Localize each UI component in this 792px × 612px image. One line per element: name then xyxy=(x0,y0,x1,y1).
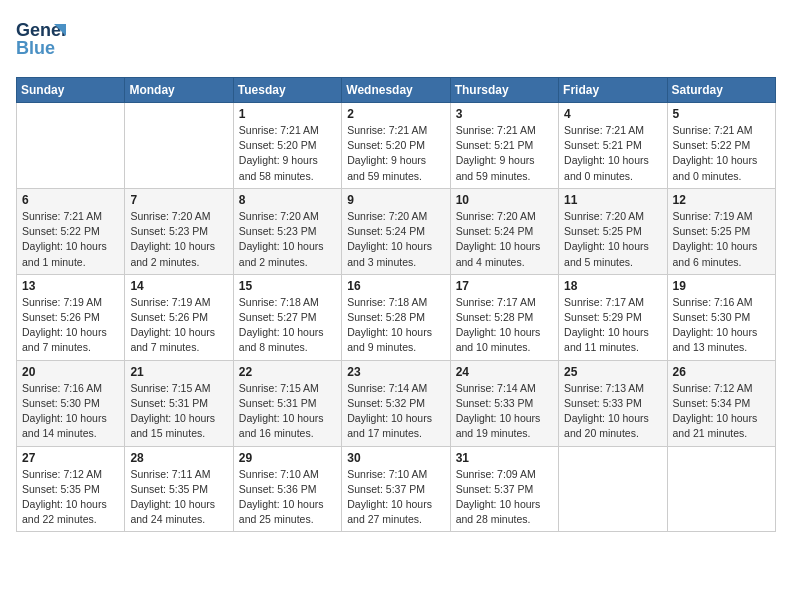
day-number: 31 xyxy=(456,451,553,465)
day-info: Sunrise: 7:17 AM Sunset: 5:29 PM Dayligh… xyxy=(564,295,661,356)
day-number: 21 xyxy=(130,365,227,379)
calendar-cell: 15Sunrise: 7:18 AM Sunset: 5:27 PM Dayli… xyxy=(233,274,341,360)
day-info: Sunrise: 7:19 AM Sunset: 5:25 PM Dayligh… xyxy=(673,209,770,270)
day-number: 15 xyxy=(239,279,336,293)
logo: General Blue xyxy=(16,16,66,65)
day-number: 24 xyxy=(456,365,553,379)
day-info: Sunrise: 7:21 AM Sunset: 5:21 PM Dayligh… xyxy=(564,123,661,184)
calendar-cell: 18Sunrise: 7:17 AM Sunset: 5:29 PM Dayli… xyxy=(559,274,667,360)
day-info: Sunrise: 7:21 AM Sunset: 5:22 PM Dayligh… xyxy=(673,123,770,184)
svg-text:Blue: Blue xyxy=(16,38,55,58)
calendar-week-row: 13Sunrise: 7:19 AM Sunset: 5:26 PM Dayli… xyxy=(17,274,776,360)
day-info: Sunrise: 7:18 AM Sunset: 5:27 PM Dayligh… xyxy=(239,295,336,356)
calendar-cell: 5Sunrise: 7:21 AM Sunset: 5:22 PM Daylig… xyxy=(667,103,775,189)
page-header: General Blue xyxy=(16,16,776,65)
calendar-cell: 13Sunrise: 7:19 AM Sunset: 5:26 PM Dayli… xyxy=(17,274,125,360)
day-number: 4 xyxy=(564,107,661,121)
calendar-cell: 25Sunrise: 7:13 AM Sunset: 5:33 PM Dayli… xyxy=(559,360,667,446)
calendar-cell: 27Sunrise: 7:12 AM Sunset: 5:35 PM Dayli… xyxy=(17,446,125,532)
weekday-header-monday: Monday xyxy=(125,78,233,103)
weekday-header-wednesday: Wednesday xyxy=(342,78,450,103)
day-info: Sunrise: 7:15 AM Sunset: 5:31 PM Dayligh… xyxy=(239,381,336,442)
day-number: 12 xyxy=(673,193,770,207)
calendar-cell: 6Sunrise: 7:21 AM Sunset: 5:22 PM Daylig… xyxy=(17,188,125,274)
day-number: 7 xyxy=(130,193,227,207)
calendar-cell: 16Sunrise: 7:18 AM Sunset: 5:28 PM Dayli… xyxy=(342,274,450,360)
day-info: Sunrise: 7:21 AM Sunset: 5:20 PM Dayligh… xyxy=(239,123,336,184)
day-info: Sunrise: 7:14 AM Sunset: 5:32 PM Dayligh… xyxy=(347,381,444,442)
day-number: 20 xyxy=(22,365,119,379)
calendar-cell: 28Sunrise: 7:11 AM Sunset: 5:35 PM Dayli… xyxy=(125,446,233,532)
day-info: Sunrise: 7:19 AM Sunset: 5:26 PM Dayligh… xyxy=(22,295,119,356)
day-info: Sunrise: 7:20 AM Sunset: 5:24 PM Dayligh… xyxy=(456,209,553,270)
weekday-header-sunday: Sunday xyxy=(17,78,125,103)
day-info: Sunrise: 7:10 AM Sunset: 5:36 PM Dayligh… xyxy=(239,467,336,528)
day-number: 22 xyxy=(239,365,336,379)
logo-icon: General Blue xyxy=(16,16,66,65)
calendar-cell: 12Sunrise: 7:19 AM Sunset: 5:25 PM Dayli… xyxy=(667,188,775,274)
calendar-cell: 4Sunrise: 7:21 AM Sunset: 5:21 PM Daylig… xyxy=(559,103,667,189)
calendar-cell: 30Sunrise: 7:10 AM Sunset: 5:37 PM Dayli… xyxy=(342,446,450,532)
calendar-cell: 10Sunrise: 7:20 AM Sunset: 5:24 PM Dayli… xyxy=(450,188,558,274)
day-number: 14 xyxy=(130,279,227,293)
calendar-cell: 8Sunrise: 7:20 AM Sunset: 5:23 PM Daylig… xyxy=(233,188,341,274)
day-number: 25 xyxy=(564,365,661,379)
calendar-cell xyxy=(17,103,125,189)
weekday-header-friday: Friday xyxy=(559,78,667,103)
calendar-cell: 17Sunrise: 7:17 AM Sunset: 5:28 PM Dayli… xyxy=(450,274,558,360)
weekday-header-saturday: Saturday xyxy=(667,78,775,103)
day-info: Sunrise: 7:12 AM Sunset: 5:34 PM Dayligh… xyxy=(673,381,770,442)
day-number: 26 xyxy=(673,365,770,379)
day-info: Sunrise: 7:21 AM Sunset: 5:21 PM Dayligh… xyxy=(456,123,553,184)
calendar-week-row: 6Sunrise: 7:21 AM Sunset: 5:22 PM Daylig… xyxy=(17,188,776,274)
calendar-cell: 14Sunrise: 7:19 AM Sunset: 5:26 PM Dayli… xyxy=(125,274,233,360)
day-number: 5 xyxy=(673,107,770,121)
day-info: Sunrise: 7:11 AM Sunset: 5:35 PM Dayligh… xyxy=(130,467,227,528)
day-number: 8 xyxy=(239,193,336,207)
day-number: 9 xyxy=(347,193,444,207)
day-info: Sunrise: 7:18 AM Sunset: 5:28 PM Dayligh… xyxy=(347,295,444,356)
day-info: Sunrise: 7:10 AM Sunset: 5:37 PM Dayligh… xyxy=(347,467,444,528)
day-number: 3 xyxy=(456,107,553,121)
day-number: 23 xyxy=(347,365,444,379)
day-number: 13 xyxy=(22,279,119,293)
calendar-cell: 26Sunrise: 7:12 AM Sunset: 5:34 PM Dayli… xyxy=(667,360,775,446)
day-info: Sunrise: 7:20 AM Sunset: 5:24 PM Dayligh… xyxy=(347,209,444,270)
calendar-cell xyxy=(125,103,233,189)
calendar-cell: 21Sunrise: 7:15 AM Sunset: 5:31 PM Dayli… xyxy=(125,360,233,446)
calendar-cell: 20Sunrise: 7:16 AM Sunset: 5:30 PM Dayli… xyxy=(17,360,125,446)
calendar-header-row: SundayMondayTuesdayWednesdayThursdayFrid… xyxy=(17,78,776,103)
calendar-body: 1Sunrise: 7:21 AM Sunset: 5:20 PM Daylig… xyxy=(17,103,776,532)
day-number: 19 xyxy=(673,279,770,293)
day-number: 10 xyxy=(456,193,553,207)
day-number: 28 xyxy=(130,451,227,465)
day-info: Sunrise: 7:19 AM Sunset: 5:26 PM Dayligh… xyxy=(130,295,227,356)
calendar-table: SundayMondayTuesdayWednesdayThursdayFrid… xyxy=(16,77,776,532)
calendar-cell xyxy=(667,446,775,532)
day-info: Sunrise: 7:20 AM Sunset: 5:25 PM Dayligh… xyxy=(564,209,661,270)
calendar-cell: 22Sunrise: 7:15 AM Sunset: 5:31 PM Dayli… xyxy=(233,360,341,446)
calendar-cell: 31Sunrise: 7:09 AM Sunset: 5:37 PM Dayli… xyxy=(450,446,558,532)
calendar-cell: 3Sunrise: 7:21 AM Sunset: 5:21 PM Daylig… xyxy=(450,103,558,189)
weekday-header-tuesday: Tuesday xyxy=(233,78,341,103)
day-number: 6 xyxy=(22,193,119,207)
calendar-cell: 9Sunrise: 7:20 AM Sunset: 5:24 PM Daylig… xyxy=(342,188,450,274)
day-info: Sunrise: 7:20 AM Sunset: 5:23 PM Dayligh… xyxy=(239,209,336,270)
day-number: 11 xyxy=(564,193,661,207)
day-number: 29 xyxy=(239,451,336,465)
day-number: 18 xyxy=(564,279,661,293)
calendar-cell: 19Sunrise: 7:16 AM Sunset: 5:30 PM Dayli… xyxy=(667,274,775,360)
svg-text:General: General xyxy=(16,20,66,40)
day-info: Sunrise: 7:12 AM Sunset: 5:35 PM Dayligh… xyxy=(22,467,119,528)
day-info: Sunrise: 7:21 AM Sunset: 5:22 PM Dayligh… xyxy=(22,209,119,270)
day-number: 16 xyxy=(347,279,444,293)
day-info: Sunrise: 7:16 AM Sunset: 5:30 PM Dayligh… xyxy=(673,295,770,356)
calendar-cell: 23Sunrise: 7:14 AM Sunset: 5:32 PM Dayli… xyxy=(342,360,450,446)
calendar-cell: 11Sunrise: 7:20 AM Sunset: 5:25 PM Dayli… xyxy=(559,188,667,274)
day-number: 2 xyxy=(347,107,444,121)
day-number: 30 xyxy=(347,451,444,465)
day-number: 17 xyxy=(456,279,553,293)
day-info: Sunrise: 7:16 AM Sunset: 5:30 PM Dayligh… xyxy=(22,381,119,442)
day-info: Sunrise: 7:09 AM Sunset: 5:37 PM Dayligh… xyxy=(456,467,553,528)
calendar-cell: 7Sunrise: 7:20 AM Sunset: 5:23 PM Daylig… xyxy=(125,188,233,274)
